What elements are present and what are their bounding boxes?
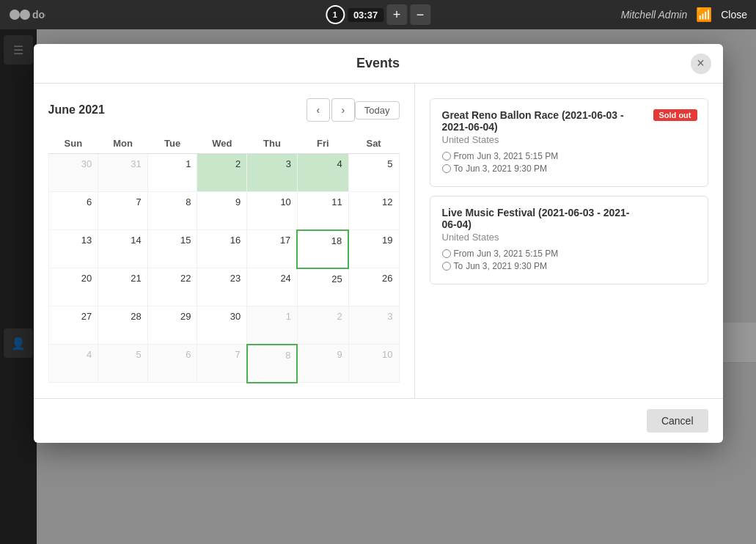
event-title: Live Music Festival (2021-06-03 - 2021-0… <box>442 207 696 230</box>
calendar-cell[interactable]: 31 <box>98 154 148 192</box>
weekday-header-thu: Thu <box>247 133 298 154</box>
calendar-cell[interactable]: 10 <box>247 192 298 230</box>
weekday-header-sat: Sat <box>348 133 399 154</box>
clock-icon <box>442 249 451 258</box>
svg-point-1 <box>20 10 30 20</box>
calendar-cell[interactable]: 12 <box>348 192 399 230</box>
event-location: United States <box>442 134 696 145</box>
calendar-today-button[interactable]: Today <box>355 101 400 120</box>
modal-overlay: Events × June 2021 ‹ › Today SunMonTueWe… <box>0 29 756 544</box>
calendar-cell[interactable]: 11 <box>297 192 348 230</box>
calendar-section: June 2021 ‹ › Today SunMonTueWedThuFriSa… <box>34 84 415 398</box>
calendar-prev-button[interactable]: ‹ <box>307 98 330 122</box>
calendar-cell[interactable]: 15 <box>147 230 197 268</box>
calendar-cell[interactable]: 9 <box>297 345 348 383</box>
to-date: Jun 3, 2021 9:30 PM <box>466 163 547 174</box>
topbar: doo 1 03:37 + − Mitchell Admin 📶 Close <box>0 0 756 29</box>
calendar-cell[interactable]: 1 <box>147 154 197 192</box>
calendar-next-button[interactable]: › <box>331 98 355 122</box>
events-section: Sold out Great Reno Ballon Race (2021-06… <box>415 84 723 398</box>
weekday-header-wed: Wed <box>197 133 247 154</box>
from-label: From <box>454 151 474 161</box>
calendar-cell[interactable]: 13 <box>48 230 98 268</box>
calendar-cell[interactable]: 1 <box>247 306 298 345</box>
modal-close-button[interactable]: × <box>691 54 711 74</box>
cancel-button[interactable]: Cancel <box>647 409 708 433</box>
calendar-cell[interactable]: 28 <box>98 306 148 345</box>
topbar-right: Mitchell Admin 📶 Close <box>621 7 747 23</box>
topbar-close-button[interactable]: Close <box>721 9 747 21</box>
event-card[interactable]: Live Music Festival (2021-06-03 - 2021-0… <box>430 196 708 284</box>
calendar-cell[interactable]: 8 <box>247 345 298 383</box>
calendar-cell[interactable]: 26 <box>348 268 399 306</box>
modal-footer: Cancel <box>34 398 723 443</box>
from-label: From <box>454 249 474 259</box>
event-location: United States <box>442 232 696 243</box>
from-date: Jun 3, 2021 5:15 PM <box>477 249 559 259</box>
calendar-cell[interactable]: 7 <box>98 192 148 230</box>
calendar-cell[interactable]: 5 <box>348 154 399 192</box>
event-from: From Jun 3, 2021 5:15 PM <box>442 249 696 259</box>
calendar-cell[interactable]: 24 <box>247 268 298 306</box>
from-date: Jun 3, 2021 5:15 PM <box>477 151 559 161</box>
weekday-header-tue: Tue <box>147 133 197 154</box>
calendar-cell[interactable]: 6 <box>48 192 98 230</box>
weekday-header-fri: Fri <box>297 133 348 154</box>
admin-name: Mitchell Admin <box>621 9 688 21</box>
calendar-cell[interactable]: 17 <box>247 230 298 268</box>
calendar-grid: SunMonTueWedThuFriSat 303112345678910111… <box>48 133 400 383</box>
calendar-cell[interactable]: 8 <box>147 192 197 230</box>
calendar-cell[interactable]: 29 <box>147 306 197 345</box>
svg-point-0 <box>10 10 20 20</box>
calendar-cell[interactable]: 7 <box>197 345 247 383</box>
calendar-cell[interactable]: 10 <box>348 345 399 383</box>
modal-body: June 2021 ‹ › Today SunMonTueWedThuFriSa… <box>34 84 723 398</box>
events-modal: Events × June 2021 ‹ › Today SunMonTueWe… <box>34 44 723 443</box>
svg-text:doo: doo <box>32 9 45 21</box>
calendar-cell[interactable]: 4 <box>297 154 348 192</box>
calendar-cell[interactable]: 30 <box>197 306 247 345</box>
calendar-cell[interactable]: 9 <box>197 192 247 230</box>
modal-title: Events <box>356 56 400 70</box>
event-from: From Jun 3, 2021 5:15 PM <box>442 151 696 161</box>
calendar-cell[interactable]: 27 <box>48 306 98 345</box>
calendar-cell[interactable]: 30 <box>48 154 98 192</box>
minus-timer-button[interactable]: − <box>410 4 430 25</box>
modal-header: Events × <box>34 44 723 84</box>
calendar-nav: June 2021 ‹ › Today <box>48 98 400 122</box>
calendar-cell[interactable]: 2 <box>197 154 247 192</box>
event-card[interactable]: Sold out Great Reno Ballon Race (2021-06… <box>430 98 708 187</box>
timer-display: 03:37 <box>348 8 383 22</box>
calendar-cell[interactable]: 16 <box>197 230 247 268</box>
calendar-cell[interactable]: 20 <box>48 268 98 306</box>
clock-icon <box>442 152 451 161</box>
topbar-center: 1 03:37 + − <box>326 4 430 25</box>
to-label: To <box>454 163 463 174</box>
calendar-cell[interactable]: 25 <box>297 268 348 306</box>
sold-out-badge: Sold out <box>653 109 697 121</box>
wifi-icon: 📶 <box>696 7 712 23</box>
calendar-cell[interactable]: 2 <box>297 306 348 345</box>
add-timer-button[interactable]: + <box>386 4 407 25</box>
calendar-cell[interactable]: 6 <box>147 345 197 383</box>
calendar-cell[interactable]: 18 <box>297 230 348 268</box>
calendar-month-title: June 2021 <box>48 103 307 117</box>
to-date: Jun 3, 2021 9:30 PM <box>466 261 547 271</box>
calendar-cell[interactable]: 19 <box>348 230 399 268</box>
calendar-cell[interactable]: 5 <box>98 345 148 383</box>
clock-icon <box>442 262 451 271</box>
calendar-cell[interactable]: 22 <box>147 268 197 306</box>
to-label: To <box>454 261 463 271</box>
weekday-header-sun: Sun <box>48 133 98 154</box>
calendar-cell[interactable]: 3 <box>247 154 298 192</box>
weekday-header-mon: Mon <box>98 133 148 154</box>
event-to: To Jun 3, 2021 9:30 PM <box>442 261 696 271</box>
calendar-cell[interactable]: 3 <box>348 306 399 345</box>
event-to: To Jun 3, 2021 9:30 PM <box>442 163 696 174</box>
odoo-logo: doo <box>9 4 45 25</box>
calendar-cell[interactable]: 23 <box>197 268 247 306</box>
calendar-cell[interactable]: 21 <box>98 268 148 306</box>
clock-icon <box>442 164 451 173</box>
calendar-cell[interactable]: 14 <box>98 230 148 268</box>
calendar-cell[interactable]: 4 <box>48 345 98 383</box>
